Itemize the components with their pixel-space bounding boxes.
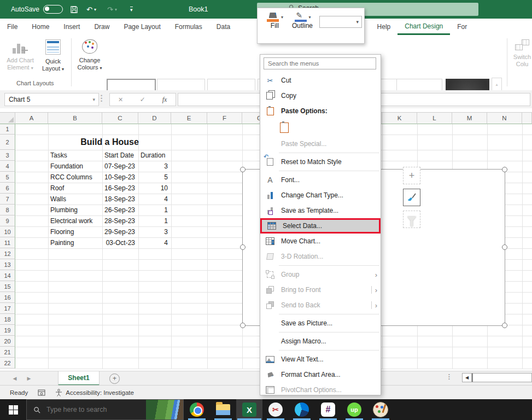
taskbar-app-chrome[interactable] <box>184 399 210 420</box>
switch-row-column-button[interactable]: SwitchColu <box>510 39 532 86</box>
cell-header-duration[interactable]: Duration <box>141 150 171 161</box>
tab-chart-design[interactable]: Chart Design <box>397 19 450 35</box>
cell-start-date[interactable]: 07-Sep-23 <box>102 161 135 172</box>
cancel-button[interactable]: × <box>119 95 123 104</box>
chart-elements-button[interactable]: + <box>403 167 420 184</box>
column-header[interactable]: A <box>15 112 48 124</box>
enter-button[interactable]: ✓ <box>140 96 145 103</box>
scrollbar-thumb[interactable] <box>472 373 532 382</box>
outline-dropdown-icon[interactable]: ▾ <box>309 15 311 20</box>
cell-start-date[interactable]: 28-Sep-23 <box>102 215 135 226</box>
menu-item-copy[interactable]: Copy <box>260 88 381 103</box>
name-box-dropdown-icon[interactable]: ▾ <box>92 97 95 102</box>
fill-button[interactable]: ▾ Fill <box>266 13 283 30</box>
menu-item-save-as-picture[interactable]: Save as Picture... <box>260 316 381 331</box>
taskbar-app-excel[interactable]: X <box>236 399 262 420</box>
tab-page-layout[interactable]: Page Layout <box>116 19 167 35</box>
cell-duration[interactable]: 4 <box>138 194 168 205</box>
accessibility-status[interactable]: Accessibility: Investigate <box>55 389 134 396</box>
taskbar-search[interactable] <box>26 399 184 420</box>
column-header[interactable]: L <box>417 112 452 124</box>
chart-handle[interactable] <box>240 323 245 328</box>
cell-duration[interactable]: 3 <box>138 161 168 172</box>
tab-file[interactable]: File <box>0 19 25 35</box>
menu-item-reset-to-match-style[interactable]: Reset to Match Style <box>260 154 381 170</box>
row-header[interactable]: 8 <box>0 205 15 215</box>
insert-function-button[interactable]: fx <box>162 96 167 104</box>
gallery-scroll-up-button[interactable]: ▴ <box>492 78 502 91</box>
cell-task[interactable]: Foundation <box>50 161 102 172</box>
menu-item-change-chart-type[interactable]: Change Chart Type... <box>260 188 381 203</box>
row-header[interactable]: 16 <box>0 292 15 303</box>
menu-item-format-chart-area[interactable]: Format Chart Area... <box>260 367 381 382</box>
tab-insert[interactable]: Insert <box>56 19 87 35</box>
row-header[interactable]: 12 <box>0 248 15 259</box>
cell-start-date[interactable]: 03-Oct-23 <box>102 237 135 248</box>
row-header[interactable]: 17 <box>0 303 15 314</box>
taskbar-app-upwork[interactable]: up <box>341 399 367 420</box>
cell-task[interactable]: Walls <box>50 194 102 205</box>
row-header[interactable]: 20 <box>0 336 15 347</box>
cell-duration[interactable]: 3 <box>138 226 168 237</box>
row-header[interactable]: 9 <box>0 215 15 226</box>
sheet-nav-left-icon[interactable]: ◀ <box>8 371 22 386</box>
row-header[interactable]: 5 <box>0 172 15 183</box>
row-header[interactable]: 4 <box>0 161 15 172</box>
undo-button[interactable]: ↶▾ <box>86 0 96 19</box>
row-header[interactable]: 18 <box>0 314 15 325</box>
column-header[interactable]: F <box>207 112 242 124</box>
taskbar-search-input[interactable] <box>45 405 135 414</box>
autosave-toggle[interactable]: AutoSave <box>11 0 63 19</box>
formula-bar-grip[interactable]: ••• <box>101 95 102 103</box>
taskbar-app-paint[interactable] <box>367 399 394 420</box>
redo-button[interactable]: ↷▾ <box>107 0 117 19</box>
cell-duration[interactable]: 1 <box>138 205 168 215</box>
cell-task[interactable]: Roof <box>50 183 102 194</box>
column-header[interactable] <box>522 112 532 124</box>
chart-styles-button[interactable] <box>403 189 420 206</box>
row-header[interactable]: 15 <box>0 281 15 292</box>
cell-task[interactable]: Electrical work <box>50 215 102 226</box>
tab-bar-grip[interactable]: ••• <box>448 374 450 380</box>
menu-item-save-as-template[interactable]: Save as Template... <box>260 203 381 218</box>
tab-formulas[interactable]: Formulas <box>168 19 209 35</box>
cell-start-date[interactable]: 26-Sep-23 <box>102 205 135 215</box>
tab-help[interactable]: Help <box>370 19 398 35</box>
tab-draw[interactable]: Draw <box>87 19 116 35</box>
taskbar-app-explorer[interactable] <box>210 399 236 420</box>
row-header[interactable]: 2 <box>0 135 15 150</box>
sheet-tab-sheet1[interactable]: Sheet1 <box>58 371 100 386</box>
column-header[interactable]: N <box>487 112 522 124</box>
cell-task[interactable]: Flooring <box>50 226 102 237</box>
cell-duration[interactable]: 4 <box>138 237 168 248</box>
sheet-nav-right-icon[interactable]: ▶ <box>22 371 36 386</box>
cell-title[interactable]: Build a House <box>48 135 171 150</box>
row-header[interactable]: 22 <box>0 358 15 369</box>
row-header[interactable]: 11 <box>0 237 15 248</box>
scroll-left-icon[interactable]: ◀ <box>462 373 472 382</box>
row-header[interactable]: 6 <box>0 183 15 194</box>
taskbar-app-slack[interactable] <box>315 399 341 420</box>
save-button[interactable] <box>70 0 78 19</box>
row-header[interactable]: 10 <box>0 226 15 237</box>
start-button[interactable] <box>0 399 26 420</box>
cell-task[interactable]: RCC Columns <box>50 172 102 183</box>
menu-item-font[interactable]: A Font... <box>260 172 381 188</box>
cell-duration[interactable]: 5 <box>138 172 168 183</box>
taskbar-app-snipping-tool[interactable]: ✂ <box>262 399 289 420</box>
row-header[interactable]: 19 <box>0 325 15 336</box>
menu-search-input[interactable] <box>264 57 376 69</box>
menu-item-assign-macro[interactable]: Assign Macro... <box>260 334 381 349</box>
chart-filters-button[interactable] <box>403 211 420 228</box>
column-header[interactable]: E <box>171 112 207 124</box>
cell-header-start-date[interactable]: Start Date <box>104 150 137 161</box>
menu-item-cut[interactable]: ✂ Cut <box>260 73 381 88</box>
cell-task[interactable]: Plumbing <box>50 205 102 215</box>
column-header[interactable]: D <box>138 112 171 124</box>
taskbar-app-edge[interactable] <box>289 399 315 420</box>
cell-start-date[interactable]: 16-Sep-23 <box>102 183 135 194</box>
cell-duration[interactable]: 10 <box>138 183 168 194</box>
change-colours-button[interactable]: Change Colours ▾ <box>73 39 107 86</box>
cell-start-date[interactable]: 18-Sep-23 <box>102 194 135 205</box>
search-highlight-image[interactable] <box>146 400 183 419</box>
